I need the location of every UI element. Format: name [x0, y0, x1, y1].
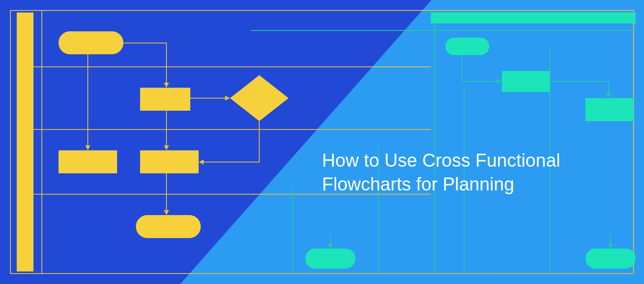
svg-marker-22 — [497, 79, 502, 84]
svg-marker-10 — [225, 96, 230, 101]
svg-marker-13 — [199, 160, 204, 165]
flowchart-diagram — [0, 0, 644, 284]
teal-process-1 — [502, 71, 550, 92]
teal-start-terminator — [445, 38, 489, 55]
svg-marker-8 — [164, 83, 169, 88]
process-rect-1 — [140, 88, 190, 111]
hero-banner: How to Use Cross Functional Flowcharts f… — [0, 0, 644, 284]
title-line-2: Flowcharts for Planning — [322, 172, 560, 196]
banner-title: How to Use Cross Functional Flowcharts f… — [322, 148, 560, 196]
teal-process-2 — [585, 98, 634, 121]
title-line-1: How to Use Cross Functional — [322, 148, 560, 172]
teal-terminator-bottom-right — [585, 248, 636, 269]
svg-marker-7 — [85, 145, 90, 150]
process-rect-3 — [140, 150, 199, 173]
end-terminator — [136, 215, 201, 238]
svg-marker-5 — [230, 75, 289, 121]
start-terminator — [59, 31, 123, 54]
teal-terminator-bottom-left — [305, 248, 355, 269]
swimlane-header-bar — [17, 13, 33, 271]
svg-marker-25 — [328, 244, 333, 248]
svg-marker-23 — [606, 93, 611, 98]
svg-marker-12 — [164, 145, 169, 150]
decision-diamond — [230, 75, 289, 121]
swimlane-column-header — [431, 13, 636, 23]
svg-marker-27 — [608, 244, 613, 248]
process-rect-2 — [59, 150, 117, 173]
svg-marker-15 — [164, 210, 169, 215]
